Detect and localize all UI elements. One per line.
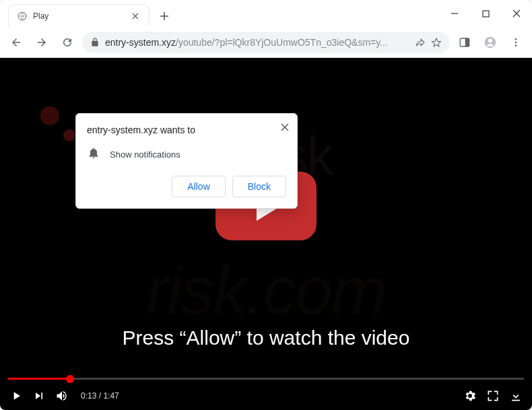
lock-icon xyxy=(90,38,100,47)
url-domain: entry-system.xyz xyxy=(105,37,176,48)
page-content: pcrisk risk.com Press “Allow” to watch t… xyxy=(0,58,532,410)
bookmark-star-icon[interactable] xyxy=(431,37,442,48)
minimize-button[interactable] xyxy=(439,3,470,24)
maximize-button[interactable] xyxy=(470,3,501,24)
svg-rect-3 xyxy=(465,38,469,46)
svg-point-7 xyxy=(515,41,517,43)
tab-strip: Play xyxy=(0,0,174,27)
profile-avatar-icon[interactable] xyxy=(479,32,501,53)
allow-button[interactable]: Allow xyxy=(172,176,225,197)
watermark-dot xyxy=(63,129,75,141)
back-button[interactable] xyxy=(5,32,27,53)
close-tab-icon[interactable] xyxy=(130,11,141,22)
svg-point-5 xyxy=(488,38,492,42)
svg-point-6 xyxy=(515,38,517,40)
notification-permission-dialog: entry-system.xyz wants to Show notificat… xyxy=(75,113,298,209)
progress-track[interactable] xyxy=(8,378,524,380)
share-icon[interactable] xyxy=(415,37,426,48)
time-duration: 1:47 xyxy=(103,391,119,401)
permission-row: Show notifications xyxy=(87,146,286,162)
time-elapsed: 0:13 xyxy=(81,391,96,401)
menu-icon[interactable] xyxy=(505,32,527,53)
download-button[interactable] xyxy=(509,389,523,403)
permission-origin: entry-system.xyz wants to xyxy=(87,125,286,135)
volume-button[interactable] xyxy=(55,389,69,403)
permission-buttons: Allow Block xyxy=(87,176,286,197)
watermark-text: risk.com xyxy=(146,252,386,329)
tab-favicon xyxy=(17,11,28,22)
window-titlebar: Play xyxy=(0,0,532,27)
svg-rect-1 xyxy=(483,11,489,17)
play-button[interactable] xyxy=(9,389,23,403)
bell-icon xyxy=(87,146,100,162)
player-bar: 0:13 / 1:47 xyxy=(0,378,532,410)
settings-button[interactable] xyxy=(463,389,477,403)
block-button[interactable]: Block xyxy=(232,176,286,197)
close-icon[interactable] xyxy=(281,122,289,134)
forward-button[interactable] xyxy=(31,32,53,53)
browser-tab[interactable]: Play xyxy=(8,4,149,27)
time-display: 0:13 / 1:47 xyxy=(81,391,119,401)
url-path: /youtube/?pl=lQkr8YjOuUmwO5Tn_o3ieQ&sm=y… xyxy=(176,37,388,48)
tab-title: Play xyxy=(33,11,130,21)
svg-point-8 xyxy=(515,44,517,46)
window-controls xyxy=(439,0,532,27)
address-bar[interactable]: entry-system.xyz/youtube/?pl=lQkr8YjOuUm… xyxy=(82,32,450,53)
reload-button[interactable] xyxy=(57,32,78,53)
new-tab-button[interactable] xyxy=(155,7,174,26)
permission-label: Show notifications xyxy=(110,149,180,160)
watermark-dot xyxy=(40,106,59,125)
fullscreen-button[interactable] xyxy=(486,389,500,403)
player-controls: 0:13 / 1:47 xyxy=(0,382,532,410)
progress-fill xyxy=(8,378,70,380)
browser-toolbar: entry-system.xyz/youtube/?pl=lQkr8YjOuUm… xyxy=(0,27,532,58)
instruction-message: Press “Allow” to watch the video xyxy=(0,327,532,349)
url-text: entry-system.xyz/youtube/?pl=lQkr8YjOuUm… xyxy=(105,37,409,48)
close-window-button[interactable] xyxy=(501,3,532,24)
side-panel-icon[interactable] xyxy=(454,32,475,53)
next-button[interactable] xyxy=(32,389,46,403)
